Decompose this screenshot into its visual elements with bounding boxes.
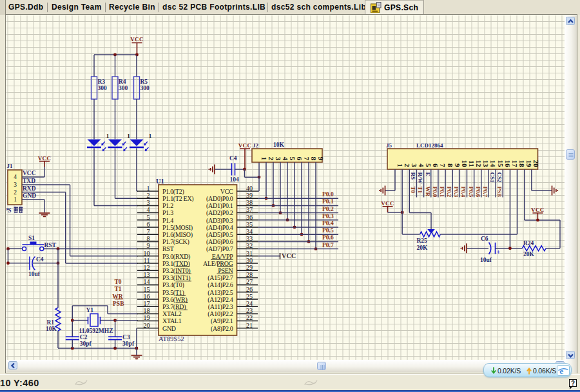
svg-text:2: 2 [403, 163, 411, 167]
svg-text:7: 7 [303, 157, 311, 161]
svg-text:300: 300 [98, 85, 108, 91]
svg-text:9: 9 [147, 242, 150, 249]
svg-text:104: 104 [230, 176, 240, 183]
svg-text:1: 1 [396, 163, 404, 167]
svg-text:WR: WR [112, 294, 123, 300]
svg-text:RS: RS [410, 173, 416, 180]
svg-text:(A12)P2.4: (A12)P2.4 [208, 296, 233, 304]
svg-text:10: 10 [461, 160, 469, 168]
svg-text:9: 9 [317, 157, 325, 161]
svg-text:300: 300 [140, 85, 150, 91]
svg-text:(AD2)P0.2: (AD2)P0.2 [206, 209, 233, 217]
svg-text:C4: C4 [36, 256, 44, 263]
svg-text:28: 28 [246, 271, 253, 278]
svg-text:WR: WR [425, 187, 431, 197]
svg-text:VCC: VCC [531, 207, 545, 213]
svg-text:10uf: 10uf [28, 271, 41, 277]
svg-text:P0.6: P0.6 [322, 234, 334, 241]
svg-text:T0: T0 [114, 279, 121, 285]
svg-text:18: 18 [518, 160, 526, 168]
svg-text:T0: T0 [410, 187, 416, 194]
svg-text:16: 16 [504, 160, 512, 168]
svg-text:11: 11 [468, 160, 476, 167]
svg-text:3: 3 [275, 157, 282, 161]
svg-text:8: 8 [447, 163, 454, 167]
svg-text:J1: J1 [7, 163, 14, 169]
svg-text:1: 1 [260, 157, 268, 161]
svg-text:P0.4: P0.4 [322, 220, 334, 227]
svg-text:20K: 20K [417, 245, 429, 251]
svg-text:GND: GND [162, 325, 176, 332]
svg-text:P1.2: P1.2 [162, 202, 173, 209]
svg-text:P0.1: P0.1 [322, 198, 334, 205]
svg-text:1: 1 [149, 133, 152, 139]
svg-text:(A13)P2.5: (A13)P2.5 [208, 289, 233, 297]
svg-text:P0.0: P0.0 [322, 191, 334, 198]
svg-text:30pf: 30pf [80, 341, 92, 347]
svg-text:VCC: VCC [381, 200, 394, 207]
svg-text:2: 2 [267, 157, 275, 161]
svg-text:1: 1 [127, 133, 130, 139]
svg-text:3: 3 [147, 199, 150, 206]
svg-text:PSB: PSB [496, 187, 503, 198]
svg-text:PSB: PSB [113, 301, 124, 307]
svg-text:26: 26 [246, 286, 253, 293]
svg-text:P0.7: P0.7 [322, 242, 334, 248]
svg-text:P1.6(MISO): P1.6(MISO) [162, 231, 193, 239]
svg-text:R4: R4 [119, 79, 126, 85]
svg-text:+: + [497, 248, 501, 256]
svg-text:25: 25 [246, 293, 253, 300]
svg-text:Y1: Y1 [86, 307, 94, 313]
svg-text:31: 31 [246, 250, 253, 257]
svg-text:P1.4: P1.4 [162, 217, 173, 224]
svg-text:17: 17 [144, 300, 150, 307]
svg-text:PS: PS [6, 207, 12, 214]
svg-text:R/W: R/W [417, 173, 423, 184]
svg-text:4: 4 [282, 157, 289, 161]
svg-text:(AD0)P0.0: (AD0)P0.0 [206, 195, 233, 203]
svg-text:17: 17 [511, 160, 519, 168]
svg-text:VCC: VCC [38, 155, 52, 162]
svg-text:13: 13 [144, 271, 150, 278]
svg-text:XTAL2: XTAL2 [162, 310, 182, 317]
svg-text:(AD4)P0.4: (AD4)P0.4 [206, 224, 233, 232]
svg-text:J5: J5 [386, 142, 392, 149]
svg-text:24: 24 [246, 300, 253, 307]
svg-text:P0.6: P0.6 [475, 187, 481, 198]
svg-text:29: 29 [246, 264, 253, 271]
svg-text:19: 19 [525, 160, 533, 168]
svg-text:P0.0: P0.0 [432, 187, 438, 198]
svg-text:33: 33 [246, 235, 253, 242]
svg-text:12: 12 [475, 160, 483, 168]
svg-text:E: E [425, 173, 431, 176]
svg-text:LCD12864: LCD12864 [416, 142, 443, 149]
svg-text:(A14)P2.6: (A14)P2.6 [208, 281, 233, 289]
svg-text:(A8)P2.0: (A8)P2.0 [211, 325, 233, 333]
svg-text:6: 6 [147, 221, 150, 228]
svg-text:20: 20 [532, 160, 540, 168]
svg-text:(AD6)P0.6: (AD6)P0.6 [206, 238, 233, 246]
svg-text:RST: RST [162, 245, 174, 252]
svg-text:RST: RST [44, 242, 57, 248]
svg-text:8: 8 [147, 235, 150, 242]
svg-text:R5: R5 [140, 79, 148, 85]
svg-text:P0.3: P0.3 [322, 213, 334, 219]
svg-text:37: 37 [246, 206, 253, 213]
svg-text:(AD3)P0.3: (AD3)P0.3 [206, 217, 233, 225]
svg-text:7: 7 [147, 228, 150, 235]
svg-text:R25: R25 [417, 238, 428, 244]
svg-text:VCC: VCC [220, 188, 233, 195]
svg-text:1: 1 [147, 185, 150, 192]
svg-text:5: 5 [289, 157, 296, 161]
svg-text:14: 14 [489, 160, 497, 168]
svg-text:38: 38 [246, 199, 253, 206]
svg-text:30pf: 30pf [122, 341, 135, 347]
svg-text:XTAL1: XTAL1 [162, 317, 182, 324]
svg-text:T1: T1 [417, 187, 423, 194]
svg-text:9: 9 [454, 163, 461, 167]
svg-text:6: 6 [432, 163, 440, 167]
svg-text:P1.3: P1.3 [162, 209, 173, 216]
svg-text:2: 2 [14, 189, 17, 196]
svg-text:20: 20 [144, 322, 150, 329]
svg-text:(AD7)P0.7: (AD7)P0.7 [206, 245, 233, 253]
